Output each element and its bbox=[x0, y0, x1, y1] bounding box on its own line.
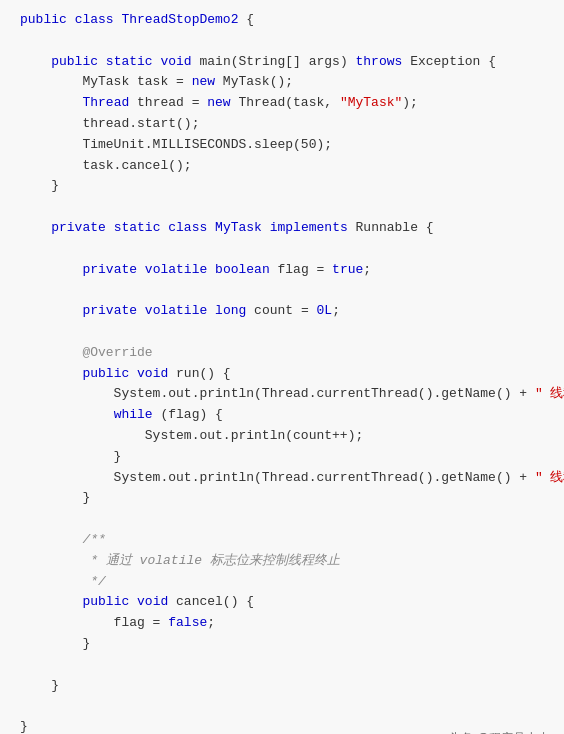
code-line-30: flag = false; bbox=[20, 613, 544, 634]
code-line-8: task.cancel(); bbox=[20, 156, 544, 177]
code-line-3: public static void main(String[] args) t… bbox=[20, 52, 544, 73]
code-line-6: thread.start(); bbox=[20, 114, 544, 135]
code-line-23: System.out.println(Thread.currentThread(… bbox=[20, 468, 544, 489]
code-line-18: public void run() { bbox=[20, 364, 544, 385]
code-line-21: System.out.println(count++); bbox=[20, 426, 544, 447]
code-line-12 bbox=[20, 239, 544, 260]
code-line-10 bbox=[20, 197, 544, 218]
code-line-17: @Override bbox=[20, 343, 544, 364]
code-line-13: private volatile boolean flag = true; bbox=[20, 260, 544, 281]
code-line-26: /** bbox=[20, 530, 544, 551]
code-line-32 bbox=[20, 655, 544, 676]
code-container: public class ThreadStopDemo2 { public st… bbox=[0, 0, 564, 734]
code-line-11: private static class MyTask implements R… bbox=[20, 218, 544, 239]
code-block: public class ThreadStopDemo2 { public st… bbox=[0, 10, 564, 734]
code-line-4: MyTask task = new MyTask(); bbox=[20, 72, 544, 93]
code-line-27: * 通过 volatile 标志位来控制线程终止 bbox=[20, 551, 544, 572]
code-line-28: */ bbox=[20, 572, 544, 593]
code-line-29: public void cancel() { bbox=[20, 592, 544, 613]
code-line-9: } bbox=[20, 176, 544, 197]
code-line-34 bbox=[20, 696, 544, 717]
code-line-14 bbox=[20, 280, 544, 301]
code-line-7: TimeUnit.MILLISECONDS.sleep(50); bbox=[20, 135, 544, 156]
code-line-33: } bbox=[20, 676, 544, 697]
code-line-20: while (flag) { bbox=[20, 405, 544, 426]
footer-watermark: 头条 @程序员小皮 bbox=[449, 729, 549, 734]
code-line-22: } bbox=[20, 447, 544, 468]
code-line-31: } bbox=[20, 634, 544, 655]
code-line-2 bbox=[20, 31, 544, 52]
code-line-5: Thread thread = new Thread(task, "MyTask… bbox=[20, 93, 544, 114]
code-line-16 bbox=[20, 322, 544, 343]
code-line-19: System.out.println(Thread.currentThread(… bbox=[20, 384, 544, 405]
code-line-24: } bbox=[20, 488, 544, 509]
code-line-1: public class ThreadStopDemo2 { bbox=[20, 10, 544, 31]
code-line-25 bbox=[20, 509, 544, 530]
code-line-15: private volatile long count = 0L; bbox=[20, 301, 544, 322]
